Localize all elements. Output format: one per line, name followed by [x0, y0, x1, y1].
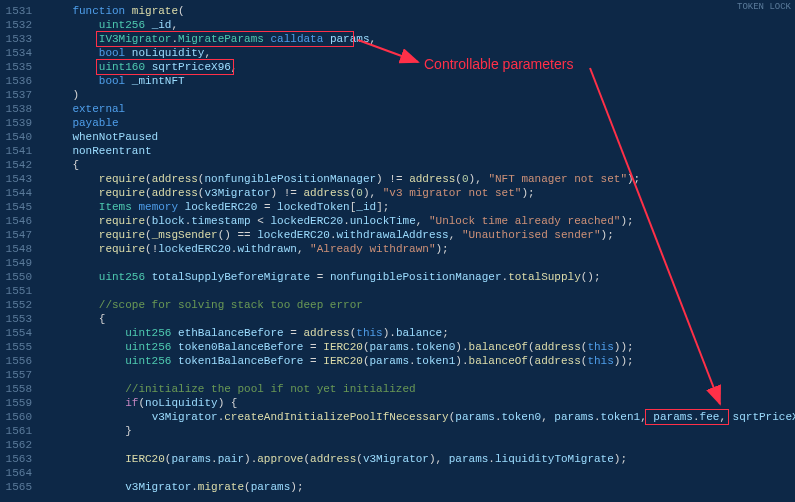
- code-line[interactable]: whenNotPaused: [46, 130, 795, 144]
- code-line[interactable]: if(noLiquidity) {: [46, 396, 795, 410]
- line-number: 1544: [4, 186, 32, 200]
- line-number: 1548: [4, 242, 32, 256]
- line-number: 1537: [4, 88, 32, 102]
- code-editor: 1531153215331534153515361537153815391540…: [0, 0, 795, 502]
- code-line[interactable]: uint256 token1BalanceBefore = IERC20(par…: [46, 354, 795, 368]
- code-line[interactable]: require(address(v3Migrator) != address(0…: [46, 186, 795, 200]
- line-number: 1536: [4, 74, 32, 88]
- code-line[interactable]: require(!lockedERC20.withdrawn, "Already…: [46, 242, 795, 256]
- code-line[interactable]: IERC20(params.pair).approve(address(v3Mi…: [46, 452, 795, 466]
- line-number: 1532: [4, 18, 32, 32]
- code-line[interactable]: bool noLiquidity,: [46, 46, 795, 60]
- code-line[interactable]: [46, 284, 795, 298]
- line-number: 1549: [4, 256, 32, 270]
- code-line[interactable]: require(address(nonfungiblePositionManag…: [46, 172, 795, 186]
- line-number: 1552: [4, 298, 32, 312]
- code-line[interactable]: //scope for solving stack too deep error: [46, 298, 795, 312]
- line-number: 1542: [4, 158, 32, 172]
- code-line[interactable]: uint256 _id,: [46, 18, 795, 32]
- line-number: 1541: [4, 144, 32, 158]
- line-number: 1563: [4, 452, 32, 466]
- line-number: 1534: [4, 46, 32, 60]
- line-number: 1557: [4, 368, 32, 382]
- code-line[interactable]: [46, 256, 795, 270]
- code-line[interactable]: //initialize the pool if not yet initial…: [46, 382, 795, 396]
- code-line[interactable]: ): [46, 88, 795, 102]
- code-line[interactable]: IV3Migrator.MigrateParams calldata param…: [46, 32, 795, 46]
- line-number: 1533: [4, 32, 32, 46]
- line-number: 1553: [4, 312, 32, 326]
- code-line[interactable]: payable: [46, 116, 795, 130]
- code-line[interactable]: }: [46, 424, 795, 438]
- code-line[interactable]: external: [46, 102, 795, 116]
- code-line[interactable]: bool _mintNFT: [46, 74, 795, 88]
- code-line[interactable]: nonReentrant: [46, 144, 795, 158]
- line-number: 1565: [4, 480, 32, 494]
- code-line[interactable]: [46, 368, 795, 382]
- code-line[interactable]: v3Migrator.createAndInitializePoolIfNece…: [46, 410, 795, 424]
- code-line[interactable]: require(block.timestamp < lockedERC20.un…: [46, 214, 795, 228]
- code-line[interactable]: require(_msgSender() == lockedERC20.with…: [46, 228, 795, 242]
- code-line[interactable]: {: [46, 312, 795, 326]
- line-number: 1535: [4, 60, 32, 74]
- line-number: 1550: [4, 270, 32, 284]
- line-number: 1560: [4, 410, 32, 424]
- line-number: 1539: [4, 116, 32, 130]
- line-number: 1554: [4, 326, 32, 340]
- line-number: 1540: [4, 130, 32, 144]
- line-number: 1547: [4, 228, 32, 242]
- line-number: 1546: [4, 214, 32, 228]
- code-line[interactable]: uint256 totalSupplyBeforeMigrate = nonfu…: [46, 270, 795, 284]
- code-line[interactable]: [46, 438, 795, 452]
- line-number-gutter: 1531153215331534153515361537153815391540…: [0, 0, 42, 502]
- line-number: 1558: [4, 382, 32, 396]
- line-number: 1545: [4, 200, 32, 214]
- code-line[interactable]: uint160 sqrtPriceX96,: [46, 60, 795, 74]
- line-number: 1561: [4, 424, 32, 438]
- line-number: 1562: [4, 438, 32, 452]
- tab-hint: TOKEN LOCK: [733, 0, 795, 14]
- code-line[interactable]: v3Migrator.migrate(params);: [46, 480, 795, 494]
- code-line[interactable]: function migrate(: [46, 4, 795, 18]
- line-number: 1551: [4, 284, 32, 298]
- line-number: 1538: [4, 102, 32, 116]
- line-number: 1543: [4, 172, 32, 186]
- code-area[interactable]: function migrate( uint256 _id, IV3Migrat…: [42, 0, 795, 502]
- line-number: 1559: [4, 396, 32, 410]
- code-line[interactable]: [46, 466, 795, 480]
- code-line[interactable]: {: [46, 158, 795, 172]
- code-line[interactable]: Items memory lockedERC20 = lockedToken[_…: [46, 200, 795, 214]
- code-line[interactable]: uint256 token0BalanceBefore = IERC20(par…: [46, 340, 795, 354]
- line-number: 1531: [4, 4, 32, 18]
- line-number: 1564: [4, 466, 32, 480]
- line-number: 1555: [4, 340, 32, 354]
- code-line[interactable]: uint256 ethBalanceBefore = address(this)…: [46, 326, 795, 340]
- line-number: 1556: [4, 354, 32, 368]
